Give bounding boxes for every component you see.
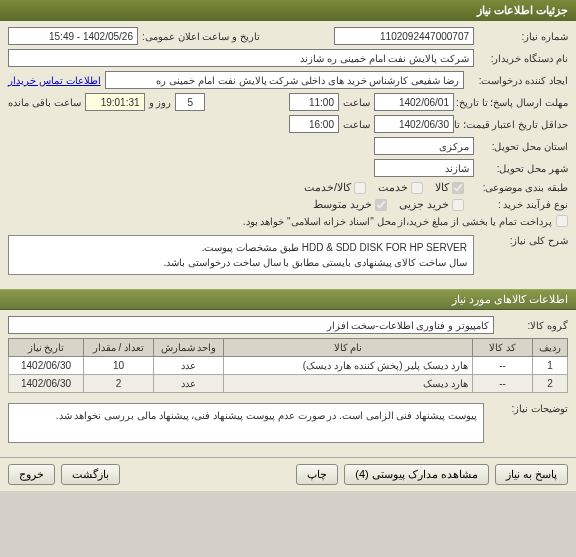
label-time2: ساعت	[343, 119, 370, 130]
checkbox-service[interactable]: خدمت	[378, 181, 423, 194]
payment-note: پرداخت تمام یا بخشی از مبلغ خرید،از محل …	[243, 216, 552, 227]
label-buyer: نام دستگاه خریدار:	[478, 53, 568, 64]
category-group: کالا خدمت کالا/خدمت	[304, 181, 464, 194]
section-items-header: اطلاعات کالاهای مورد نیاز	[0, 289, 576, 310]
field-days-left: 5	[175, 93, 205, 111]
field-validity-time: 16:00	[289, 115, 339, 133]
label-goods-group: گروه کالا:	[498, 320, 568, 331]
label-state: استان محل تحویل:	[478, 141, 568, 152]
window-title: جزئیات اطلاعات نیاز	[477, 4, 568, 16]
th-4: تعداد / مقدار	[84, 339, 154, 357]
th-2: نام کالا	[224, 339, 473, 357]
buytype-group: خرید جزیی خرید متوسط	[313, 198, 464, 211]
field-state: مرکزی	[374, 137, 474, 155]
field-goods-group: کامپیوتر و فناوری اطلاعات-سخت افزار	[8, 316, 494, 334]
reply-button[interactable]: پاسخ به نیاز	[495, 464, 568, 485]
checkbox-micro[interactable]: خرید جزیی	[399, 198, 464, 211]
th-1: کد کالا	[473, 339, 533, 357]
footer-right-group: بازگشت خروج	[8, 464, 120, 485]
label-buy-type: نوع فرآیند خرید :	[468, 199, 568, 210]
label-general-desc: شرح کلی نیاز:	[478, 231, 568, 246]
items-table: ردیف کد کالا نام کالا واحد شمارش تعداد /…	[8, 338, 568, 393]
desc-line2: سال ساخت کالای پیشنهادی بایستی مطابق با …	[15, 255, 467, 270]
label-category: طبقه بندی موضوعی:	[468, 182, 568, 193]
table-row: 2 -- هارد دیسک عدد 2 1402/06/30	[9, 375, 568, 393]
label-creator: ایجاد کننده درخواست:	[468, 75, 568, 86]
label-city: شهر محل تحویل:	[478, 163, 568, 174]
label-pub-date: تاریخ و ساعت اعلان عمومی:	[142, 31, 260, 42]
checkbox-medium[interactable]: خرید متوسط	[313, 198, 387, 211]
print-button[interactable]: چاپ	[296, 464, 338, 485]
remarks-box: پیوست پیشنهاد فنی الزامی است. در صورت عد…	[8, 403, 484, 443]
field-countdown: 19:01:31	[85, 93, 145, 111]
footer-left-group: پاسخ به نیاز مشاهده مدارک پیوستی (4) چاپ	[296, 464, 568, 485]
titlebar: جزئیات اطلاعات نیاز	[0, 0, 576, 21]
field-pub-date: 1402/05/26 - 15:49	[8, 27, 138, 45]
field-validity-date: 1402/06/30	[374, 115, 454, 133]
contact-link[interactable]: اطلاعات تماس خریدار	[8, 75, 101, 86]
checkbox-goods-service[interactable]: کالا/خدمت	[304, 181, 366, 194]
checkbox-goods[interactable]: کالا	[435, 181, 464, 194]
label-time-left: ساعت باقی مانده	[8, 97, 81, 108]
th-0: ردیف	[533, 339, 568, 357]
footer: پاسخ به نیاز مشاهده مدارک پیوستی (4) چاپ…	[0, 457, 576, 491]
table-row: 1 -- هارد دیسک پلیر (پخش کننده هارد دیسک…	[9, 357, 568, 375]
field-deadline-time: 11:00	[289, 93, 339, 111]
back-button[interactable]: بازگشت	[61, 464, 120, 485]
th-5: تاریخ نیاز	[9, 339, 84, 357]
items-area: گروه کالا: کامپیوتر و فناوری اطلاعات-سخت…	[0, 310, 576, 457]
label-req-no: شماره نیاز:	[478, 31, 568, 42]
field-city: شازند	[374, 159, 474, 177]
th-3: واحد شمارش	[154, 339, 224, 357]
field-buyer: شرکت پالایش نفت امام خمینی ره شازند	[8, 49, 474, 67]
label-time1: ساعت	[343, 97, 370, 108]
general-desc-box: HDD & SDD DISK FOR HP SERVER طبق مشخصات …	[8, 235, 474, 275]
checkbox-payment-note[interactable]	[556, 215, 568, 227]
attachments-button[interactable]: مشاهده مدارک پیوستی (4)	[344, 464, 489, 485]
label-deadline: مهلت ارسال پاسخ؛ تا تاریخ:	[458, 97, 568, 108]
label-validity: حداقل تاریخ اعتبار قیمت؛ تا تاریخ:	[458, 119, 568, 130]
field-deadline-date: 1402/06/01	[374, 93, 454, 111]
label-day-and: روز و	[149, 97, 172, 108]
exit-button[interactable]: خروج	[8, 464, 55, 485]
field-creator: رضا شفیعی کارشناس خرید های داخلی شرکت پا…	[105, 71, 464, 89]
details-form: شماره نیاز: 1102092447000707 تاریخ و ساع…	[0, 21, 576, 289]
window: جزئیات اطلاعات نیاز شماره نیاز: 11020924…	[0, 0, 576, 491]
table-header-row: ردیف کد کالا نام کالا واحد شمارش تعداد /…	[9, 339, 568, 357]
field-req-no: 1102092447000707	[334, 27, 474, 45]
desc-line1: HDD & SDD DISK FOR HP SERVER طبق مشخصات …	[15, 240, 467, 255]
label-remarks: توضیحات نیاز:	[488, 399, 568, 414]
